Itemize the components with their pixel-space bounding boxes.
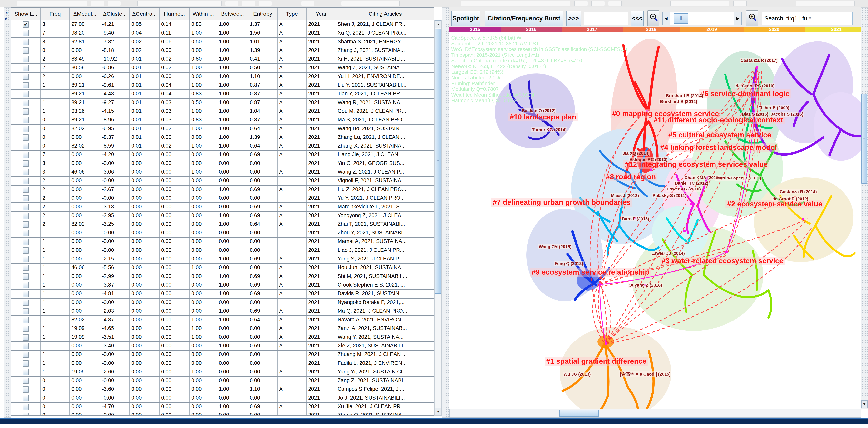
show-label-checkbox[interactable]: [23, 274, 29, 280]
show-label-checkbox[interactable]: [23, 48, 29, 54]
spotlight-button[interactable]: Spotlight: [451, 11, 480, 26]
show-label-checkbox[interactable]: [23, 65, 29, 71]
table-row[interactable]: 193.26-4.150.010.031.001.001.04A2021Gou …: [11, 107, 434, 116]
show-label-checkbox[interactable]: [23, 378, 29, 384]
node-label[interactable]: Feng Q (2012): [554, 261, 584, 266]
table-row[interactable]: 00.00-4.700.000.000.001.000.69A2021Xu Ji…: [11, 403, 434, 411]
show-label-checkbox[interactable]: [23, 99, 29, 106]
table-column-header[interactable]: Type: [278, 8, 307, 20]
show-label-checkbox[interactable]: [23, 351, 29, 358]
table-row[interactable]: 146.06-5.560.000.001.000.000.00A2021Hou …: [11, 264, 434, 272]
node-label[interactable]: Jia XQ (2014): [622, 151, 650, 156]
table-row[interactable]: ✔397.00-4.210.050.140.831.001.37A2021She…: [11, 20, 434, 29]
table-column-header[interactable]: Within ...: [190, 8, 217, 20]
step-back-button[interactable]: <<<: [631, 11, 644, 26]
show-label-checkbox[interactable]: [23, 369, 29, 375]
slider-right-arrow[interactable]: ▶: [734, 12, 741, 25]
table-column-header[interactable]: Harmo...: [160, 8, 190, 20]
cluster-label[interactable]: #11 different socio-ecological context: [652, 116, 785, 124]
table-column-header[interactable]: Citing Articles: [336, 8, 434, 20]
node-label[interactable]: Burkhard B (2012): [659, 99, 698, 104]
show-label-checkbox[interactable]: [23, 169, 29, 175]
table-row[interactable]: 00.00-8.370.010.000.001.001.39A2021Zhang…: [11, 133, 434, 142]
collapse-left-icon[interactable]: ◂: [5, 10, 7, 15]
node-label[interactable]: Maes J (2012): [610, 193, 640, 198]
table-row[interactable]: 119.09-4.650.000.001.000.000.00A2021Zanz…: [11, 324, 434, 333]
show-label-checkbox[interactable]: [23, 395, 29, 401]
node-label[interactable]: Wu JG (2013): [563, 372, 592, 377]
node-label[interactable]: Fisher B (2009): [757, 105, 790, 110]
step-forward-button[interactable]: >>>: [566, 11, 581, 26]
viz-vscroll-thumb[interactable]: ≡: [861, 93, 867, 184]
table-row[interactable]: 20.00-6.260.010.000.001.001.10A2021Yu Li…: [11, 73, 434, 81]
cluster-label[interactable]: #3 water-related ecosystem service: [660, 257, 785, 265]
table-row[interactable]: 00.00-3.600.000.000.001.001.10A2021Campo…: [11, 385, 434, 394]
show-label-checkbox[interactable]: [23, 212, 29, 219]
node-label[interactable]: Baro F (2015): [621, 216, 650, 222]
show-label-checkbox[interactable]: [23, 82, 29, 88]
node-label[interactable]: Martin-Lopez B (2012): [715, 176, 762, 181]
table-row[interactable]: 00.00-0.000.000.000.000.000.002021Zang Z…: [11, 377, 434, 385]
show-label-checkbox[interactable]: [23, 404, 29, 410]
show-label-checkbox[interactable]: [23, 360, 29, 367]
cluster-label[interactable]: #5 cultural ecosystem service: [667, 131, 773, 139]
table-row[interactable]: 283.49-10.920.010.020.801.000.41A2021Xi …: [11, 55, 434, 64]
show-label-checkbox[interactable]: [23, 39, 29, 45]
node-label[interactable]: Power AG (2010): [666, 187, 702, 192]
search-input[interactable]: Search: ti:q1 | fu:*: [762, 11, 853, 25]
table-row[interactable]: 082.02-8.590.010.021.001.000.64A2021Zhan…: [11, 142, 434, 151]
show-label-checkbox[interactable]: ✔: [23, 21, 29, 28]
table-column-header[interactable]: ΔModul...: [70, 8, 100, 20]
cluster-label[interactable]: #1 spatial gradient difference: [545, 357, 648, 366]
show-label-checkbox[interactable]: [23, 317, 29, 323]
table-row[interactable]: 30.00-0.000.000.000.000.000.002021Yin C,…: [11, 160, 434, 168]
table-row[interactable]: 282.02-3.250.000.000.001.000.64A2021Zhai…: [11, 220, 434, 229]
table-row[interactable]: 70.00-4.200.000.000.001.000.69A2021Liang…: [11, 151, 434, 159]
table-row[interactable]: 20.00-3.950.000.000.001.000.69A2021Yongy…: [11, 212, 434, 220]
node-label[interactable]: Burkhard B (2014): [665, 93, 704, 98]
cluster-label[interactable]: #8 road region: [604, 173, 657, 181]
table-row[interactable]: 189.21-4.480.010.040.831.000.87A2021Tian…: [11, 90, 434, 98]
table-scroll-thumb[interactable]: ≡: [435, 29, 441, 294]
table-row[interactable]: 089.21-8.960.010.030.831.000.87A2021Ma S…: [11, 116, 434, 124]
show-label-checkbox[interactable]: [23, 195, 29, 201]
node-label[interactable]: [谢高地 Xie Gaodi] (2015): [619, 371, 672, 377]
slider-left-arrow[interactable]: ◀: [662, 12, 670, 25]
table-row[interactable]: 10.00-2.990.000.000.001.000.69A2021Shi M…: [11, 273, 434, 281]
table-column-header[interactable]: ΔCentra...: [130, 8, 160, 20]
show-label-checkbox[interactable]: [23, 187, 29, 193]
show-label-checkbox[interactable]: [23, 178, 29, 184]
show-label-checkbox[interactable]: [23, 152, 29, 158]
node-label[interactable]: de Groot R (2012): [772, 196, 809, 201]
show-label-checkbox[interactable]: [23, 91, 29, 97]
table-row[interactable]: 00.00-0.000.000.000.000.000.002021Jo J, …: [11, 394, 434, 403]
show-label-checkbox[interactable]: [23, 134, 29, 141]
left-pane-splitter[interactable]: ◂ ▸: [3, 7, 11, 418]
show-label-checkbox[interactable]: [23, 30, 29, 36]
table-row[interactable]: 082.02-6.950.010.021.001.000.64A2021Wang…: [11, 125, 434, 133]
show-label-checkbox[interactable]: [23, 143, 29, 149]
expand-left-icon[interactable]: ▸: [5, 17, 7, 20]
node-label[interactable]: Lawler JJ (2014): [651, 251, 685, 256]
table-row[interactable]: 280.58-6.860.010.021.001.000.50A2021Wang…: [11, 64, 434, 73]
table-row[interactable]: 10.00-3.400.000.000.001.000.69A2021Xie Z…: [11, 342, 434, 350]
show-label-checkbox[interactable]: [23, 282, 29, 288]
zoom-in-button[interactable]: +: [746, 10, 758, 27]
cluster-label[interactable]: #10 landscape plan: [508, 113, 578, 121]
show-label-checkbox[interactable]: [23, 56, 29, 62]
table-row[interactable]: 00.00-0.000.000.000.000.000.002021Zhang …: [11, 411, 434, 416]
show-label-checkbox[interactable]: [23, 412, 29, 416]
node-label[interactable]: Daniel TC (2012): [674, 181, 709, 186]
table-row[interactable]: 10.00-2.030.000.000.001.000.69A2021Ma Q,…: [11, 307, 434, 316]
table-row[interactable]: 10.00-0.000.000.000.000.000.002021Fadila…: [11, 359, 434, 368]
viz-vertical-scrollbar[interactable]: ≡ ▼: [861, 7, 868, 409]
table-row[interactable]: 798.20-9.400.040.111.001.001.56A2021Xu Q…: [11, 29, 434, 38]
citation-frequency-burst-button[interactable]: Citation/Frequency Burst: [485, 11, 563, 26]
show-label-checkbox[interactable]: [23, 325, 29, 332]
show-label-checkbox[interactable]: [23, 117, 29, 123]
table-row[interactable]: 10.00-4.810.000.000.001.000.69A2021David…: [11, 290, 434, 298]
show-label-checkbox[interactable]: [23, 256, 29, 262]
node-label[interactable]: Jacobs S (2015): [770, 112, 804, 117]
table-row[interactable]: 20.00-3.180.000.000.000.000.69A2021Marci…: [11, 203, 434, 211]
show-label-checkbox[interactable]: [23, 204, 29, 210]
